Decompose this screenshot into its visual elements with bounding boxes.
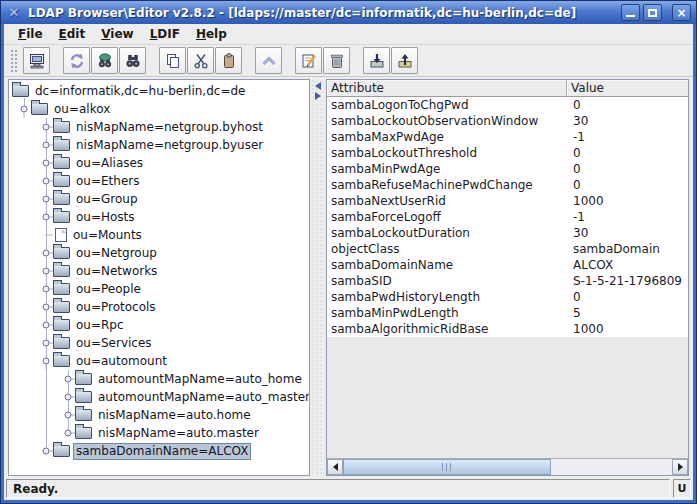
table-row[interactable]: sambaLogonToChgPwd0 bbox=[327, 97, 688, 113]
tree-node[interactable]: nisMapName=auto.home bbox=[9, 406, 309, 424]
tree-node[interactable]: ou=Group bbox=[9, 190, 309, 208]
column-header-value[interactable]: Value bbox=[567, 80, 688, 96]
table-row[interactable]: objectClasssambaDomain bbox=[327, 241, 688, 257]
edit-icon bbox=[300, 52, 318, 70]
collapse-handle-icon[interactable] bbox=[17, 100, 31, 118]
table-row[interactable]: sambaForceLogoff-1 bbox=[327, 209, 688, 225]
table-row[interactable]: sambaSIDS-1-5-21-1796809 bbox=[327, 273, 688, 289]
expand-handle-icon[interactable] bbox=[39, 154, 53, 172]
expand-handle-icon[interactable] bbox=[39, 118, 53, 136]
tree-node[interactable]: nisMapName=netgroup.byhost bbox=[9, 118, 309, 136]
tree-node[interactable]: automountMapName=auto_home bbox=[9, 370, 309, 388]
expand-handle-icon[interactable] bbox=[61, 370, 75, 388]
table-row[interactable]: sambaAlgorithmicRidBase1000 bbox=[327, 321, 688, 337]
table-row[interactable]: sambaPwdHistoryLength0 bbox=[327, 289, 688, 305]
triangle-left-icon bbox=[333, 463, 338, 471]
expand-handle-icon[interactable] bbox=[39, 244, 53, 262]
close-button[interactable]: × bbox=[672, 4, 691, 21]
tree-node[interactable]: ou=Rpc bbox=[9, 316, 309, 334]
expand-handle-icon[interactable] bbox=[39, 334, 53, 352]
expand-handle-icon[interactable] bbox=[39, 208, 53, 226]
tree-node[interactable]: ou=Hosts bbox=[9, 208, 309, 226]
tree-node-label: automountMapName=auto_home bbox=[95, 372, 305, 387]
export-ldif-button[interactable] bbox=[391, 47, 418, 74]
tree-node[interactable]: nisMapName=auto.master bbox=[9, 424, 309, 442]
table-row[interactable]: sambaRefuseMachinePwdChange0 bbox=[327, 177, 688, 193]
tree-node[interactable]: ou=Aliases bbox=[9, 154, 309, 172]
connect-button[interactable] bbox=[23, 47, 50, 74]
expand-handle-icon[interactable] bbox=[39, 262, 53, 280]
tree-node[interactable]: ou=People bbox=[9, 280, 309, 298]
tree-node[interactable]: ou=Ethers bbox=[9, 172, 309, 190]
table-row[interactable]: sambaLockoutDuration30 bbox=[327, 225, 688, 241]
trash-icon bbox=[328, 52, 346, 70]
tree-node[interactable]: ou=Mounts bbox=[9, 226, 309, 244]
expand-handle-icon[interactable] bbox=[39, 172, 53, 190]
tree-node[interactable]: dc=informatik,dc=hu-berlin,dc=de bbox=[9, 82, 309, 100]
expand-handle-icon[interactable] bbox=[39, 442, 53, 460]
expand-handle-icon[interactable] bbox=[61, 388, 75, 406]
scroll-right-button[interactable] bbox=[672, 459, 688, 475]
tree-node-label: ou=alkox bbox=[51, 102, 113, 117]
table-row[interactable]: sambaMinPwdAge0 bbox=[327, 161, 688, 177]
table-row[interactable]: sambaDomainNameALCOX bbox=[327, 257, 688, 273]
table-row[interactable]: sambaMaxPwdAge-1 bbox=[327, 129, 688, 145]
table-row[interactable]: sambaNextUserRid1000 bbox=[327, 193, 688, 209]
scrollbar-thumb[interactable] bbox=[343, 459, 551, 475]
tree-node-label: nisMapName=netgroup.byuser bbox=[73, 138, 266, 153]
tree-node[interactable]: ou=automount bbox=[9, 352, 309, 370]
tree-node[interactable]: automountMapName=auto_master bbox=[9, 388, 309, 406]
scrollbar-track[interactable] bbox=[551, 459, 672, 475]
tree-node-selected[interactable]: sambaDomainName=ALCOX bbox=[9, 442, 309, 460]
collapse-left-icon[interactable] bbox=[315, 82, 321, 90]
table-row[interactable]: sambaLockoutObservationWindow30 bbox=[327, 113, 688, 129]
delete-entry-button[interactable] bbox=[323, 47, 350, 74]
folder-icon bbox=[53, 211, 70, 223]
menu-ldif[interactable]: LDIF bbox=[142, 25, 188, 43]
refresh-button[interactable] bbox=[63, 47, 90, 74]
collapse-handle-icon[interactable] bbox=[39, 352, 53, 370]
search-directory-button[interactable] bbox=[91, 47, 118, 74]
menu-view[interactable]: View bbox=[93, 25, 141, 43]
minimize-button[interactable] bbox=[621, 4, 640, 21]
tree-node[interactable]: nisMapName=netgroup.byuser bbox=[9, 136, 309, 154]
search-button[interactable] bbox=[119, 47, 146, 74]
tree-node[interactable]: ou=Netgroup bbox=[9, 244, 309, 262]
edit-entry-button[interactable] bbox=[295, 47, 322, 74]
tree-node[interactable]: ou=alkox bbox=[9, 100, 309, 118]
table-row[interactable]: sambaMinPwdLength5 bbox=[327, 305, 688, 321]
folder-icon bbox=[53, 445, 70, 457]
refresh-icon bbox=[68, 52, 86, 70]
tree-node-label: nisMapName=auto.master bbox=[95, 426, 262, 441]
collapse-right-icon[interactable] bbox=[315, 92, 321, 100]
status-bar: Ready. U bbox=[4, 476, 693, 500]
menu-file[interactable]: File bbox=[10, 25, 51, 43]
scroll-left-button[interactable] bbox=[327, 459, 343, 475]
tree-node[interactable]: ou=Services bbox=[9, 334, 309, 352]
expand-handle-icon[interactable] bbox=[39, 316, 53, 334]
tree-node-label: ou=Mounts bbox=[70, 228, 145, 243]
cut-button[interactable] bbox=[187, 47, 214, 74]
copy-button[interactable] bbox=[159, 47, 186, 74]
expand-handle-icon[interactable] bbox=[61, 406, 75, 424]
tree-node[interactable]: ou=Protocols bbox=[9, 298, 309, 316]
expand-handle-icon[interactable] bbox=[39, 280, 53, 298]
expand-handle-icon[interactable] bbox=[39, 190, 53, 208]
expand-handle-icon[interactable] bbox=[39, 136, 53, 154]
go-up-button[interactable] bbox=[255, 47, 282, 74]
directory-tree: dc=informatik,dc=hu-berlin,dc=de ou=alko… bbox=[9, 80, 309, 475]
expand-handle-icon[interactable] bbox=[39, 298, 53, 316]
import-icon bbox=[368, 52, 386, 70]
split-divider[interactable] bbox=[311, 79, 325, 476]
expand-handle-icon[interactable] bbox=[61, 424, 75, 442]
menu-help[interactable]: Help bbox=[188, 25, 235, 43]
toolbar-drag-handle[interactable] bbox=[10, 49, 18, 73]
document-icon bbox=[55, 228, 67, 242]
menu-edit[interactable]: Edit bbox=[51, 25, 94, 43]
column-header-attribute[interactable]: Attribute bbox=[327, 80, 567, 96]
maximize-button[interactable] bbox=[643, 4, 662, 21]
import-ldif-button[interactable] bbox=[363, 47, 390, 74]
table-row[interactable]: sambaLockoutThreshold0 bbox=[327, 145, 688, 161]
tree-node[interactable]: ou=Networks bbox=[9, 262, 309, 280]
paste-button[interactable] bbox=[215, 47, 242, 74]
